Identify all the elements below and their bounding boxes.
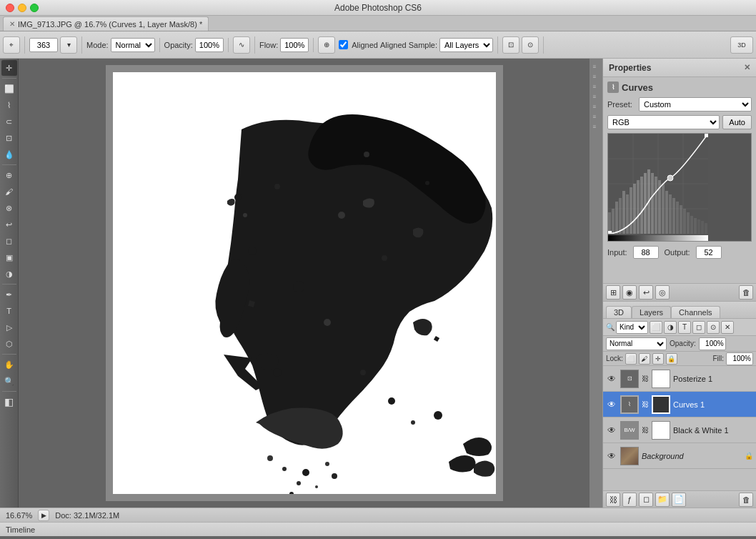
brush-size-input[interactable]: 363 bbox=[29, 38, 58, 52]
layer-row-curves[interactable]: 👁 ⌇ ⛓ Curves 1 bbox=[603, 392, 756, 417]
opacity-input[interactable]: 100% bbox=[195, 38, 224, 52]
history-brush[interactable]: ↩ bbox=[1, 217, 17, 232]
filter-toggle-button[interactable]: ✕ bbox=[721, 321, 734, 334]
layers-toolbar: 🔍 Kind ⬜ ◑ T ◻ ⊙ ✕ bbox=[603, 319, 756, 336]
eraser-tool[interactable]: ◻ bbox=[1, 233, 17, 249]
shape-tool[interactable]: ⬡ bbox=[1, 336, 17, 352]
channel-overlay-button[interactable]: ◉ bbox=[622, 285, 637, 300]
lock-transparency-button[interactable]: ⬜ bbox=[625, 353, 637, 365]
filter-adjust-button[interactable]: ◑ bbox=[664, 321, 677, 334]
fill-input[interactable]: 100% bbox=[726, 352, 753, 365]
clone-tool[interactable]: ⊗ bbox=[1, 200, 17, 216]
mode-select[interactable]: Normal bbox=[111, 38, 155, 52]
document-tab[interactable]: ✕ IMG_9713.JPG @ 16.7% (Curves 1, Layer … bbox=[3, 16, 209, 31]
properties-close-icon[interactable]: ✕ bbox=[744, 63, 750, 72]
undo-button[interactable]: ↩ bbox=[639, 285, 653, 300]
status-arrow-button[interactable]: ▶ bbox=[38, 510, 49, 521]
layer-visibility-curves[interactable]: 👁 bbox=[606, 399, 617, 410]
auto-button[interactable]: Auto bbox=[722, 115, 752, 129]
airbrush-button[interactable]: ∿ bbox=[233, 36, 250, 54]
add-style-button[interactable]: ƒ bbox=[622, 493, 637, 507]
svg-rect-45 bbox=[651, 173, 654, 234]
layer-row-bw[interactable]: 👁 B/W ⛓ Black & White 1 bbox=[603, 417, 756, 443]
layer-row-background[interactable]: 👁 Background 🔒 bbox=[603, 443, 756, 469]
maximize-button[interactable] bbox=[30, 4, 39, 12]
move-tool[interactable]: ✛ bbox=[1, 60, 17, 76]
tab-3d[interactable]: 3D bbox=[606, 306, 632, 318]
brush-picker-button[interactable]: ▾ bbox=[60, 36, 77, 54]
tablet-pressure-button[interactable]: ⊙ bbox=[522, 36, 539, 54]
layer-thumb-background bbox=[620, 447, 639, 465]
kind-select[interactable]: Kind bbox=[616, 321, 648, 334]
layer-link-bw[interactable]: ⛓ bbox=[642, 426, 649, 434]
image-canvas[interactable] bbox=[113, 72, 496, 494]
layer-row-posterize[interactable]: 👁 ⊡ ⛓ Posterize 1 bbox=[603, 366, 756, 392]
layer-link-curves[interactable]: ⛓ bbox=[642, 400, 649, 408]
quick-select-tool[interactable]: ⊂ bbox=[1, 114, 17, 129]
brush-tool[interactable]: 🖌 bbox=[1, 184, 17, 199]
visibility-button[interactable]: ◎ bbox=[655, 285, 670, 300]
svg-point-19 bbox=[282, 467, 287, 471]
blend-mode-select[interactable]: Normal bbox=[606, 337, 667, 350]
marquee-tool[interactable]: ⬜ bbox=[1, 81, 17, 97]
strip-icon-2[interactable]: ≡ bbox=[590, 71, 600, 81]
crop-tool[interactable]: ⊡ bbox=[1, 130, 17, 146]
delete-layer-button[interactable]: 🗑 bbox=[739, 493, 753, 507]
strip-icon-5[interactable]: ≡ bbox=[590, 102, 600, 112]
new-group-button[interactable]: 📁 bbox=[655, 493, 670, 507]
eyedropper-tool[interactable]: 💧 bbox=[1, 147, 17, 162]
strip-icon-1[interactable]: ≡ bbox=[590, 61, 600, 71]
filter-pixel-button[interactable]: ⬜ bbox=[650, 321, 662, 334]
ignore-adj-button[interactable]: ⊡ bbox=[502, 36, 519, 54]
tab-layers[interactable]: Layers bbox=[632, 306, 671, 318]
layer-mask-posterize bbox=[652, 370, 670, 388]
lock-paint-button[interactable]: 🖌 bbox=[639, 353, 650, 365]
lasso-tool[interactable]: ⌇ bbox=[1, 97, 17, 113]
new-layer-button[interactable]: 📄 bbox=[672, 493, 686, 507]
output-value[interactable]: 52 bbox=[696, 246, 722, 259]
layer-visibility-posterize[interactable]: 👁 bbox=[606, 373, 617, 385]
clone-tablet-button[interactable]: ⊕ bbox=[318, 36, 335, 54]
input-value[interactable]: 88 bbox=[633, 246, 659, 259]
close-button[interactable] bbox=[6, 4, 14, 12]
aligned-checkbox[interactable] bbox=[339, 40, 348, 49]
lock-all-button[interactable]: 🔒 bbox=[666, 353, 677, 365]
strip-icon-3[interactable]: ≡ bbox=[590, 81, 600, 92]
svg-point-10 bbox=[324, 319, 331, 326]
svg-point-2 bbox=[243, 213, 247, 217]
layer-link-posterize[interactable]: ⛓ bbox=[642, 375, 649, 382]
add-mask-button[interactable]: ◻ bbox=[639, 493, 653, 507]
add-point-button[interactable]: ⊞ bbox=[606, 285, 620, 300]
type-tool[interactable]: T bbox=[1, 303, 17, 319]
channel-select[interactable]: RGB bbox=[607, 115, 720, 129]
lock-move-button[interactable]: ✛ bbox=[652, 353, 664, 365]
tab-close-icon[interactable]: ✕ bbox=[9, 20, 15, 28]
hand-tool[interactable]: ✋ bbox=[1, 357, 17, 372]
zoom-tool[interactable]: 🔍 bbox=[1, 373, 17, 389]
layer-visibility-background[interactable]: 👁 bbox=[606, 450, 617, 462]
fg-bg-color[interactable]: ◧ bbox=[1, 394, 17, 410]
delete-button[interactable]: 🗑 bbox=[739, 285, 753, 300]
flow-input[interactable]: 100% bbox=[280, 38, 309, 52]
gradient-tool[interactable]: ▣ bbox=[1, 249, 17, 265]
preset-row: Preset: Custom bbox=[607, 97, 752, 112]
sample-select[interactable]: All Layers bbox=[439, 38, 493, 52]
strip-icon-6[interactable]: ≡ bbox=[590, 112, 600, 122]
dodge-tool[interactable]: ◑ bbox=[1, 266, 17, 282]
preset-select[interactable]: Custom bbox=[639, 97, 752, 112]
curves-graph[interactable] bbox=[607, 133, 752, 242]
strip-icon-7[interactable]: ≡ bbox=[590, 122, 600, 132]
tool-button[interactable]: ⌖ bbox=[3, 36, 20, 54]
filter-shape-button[interactable]: ◻ bbox=[692, 321, 705, 334]
filter-type-button[interactable]: T bbox=[678, 321, 691, 334]
tab-channels[interactable]: Channels bbox=[671, 306, 720, 318]
heal-tool[interactable]: ⊕ bbox=[1, 167, 17, 183]
minimize-button[interactable] bbox=[18, 4, 26, 12]
pen-tool[interactable]: ✒ bbox=[1, 287, 17, 302]
path-tool[interactable]: ▷ bbox=[1, 320, 17, 335]
strip-icon-4[interactable]: ≡ bbox=[590, 92, 600, 102]
opacity-row-input[interactable]: 100% bbox=[699, 337, 726, 350]
link-layers-button[interactable]: ⛓ bbox=[606, 493, 620, 507]
filter-smart-button[interactable]: ⊙ bbox=[707, 321, 720, 334]
layer-visibility-bw[interactable]: 👁 bbox=[606, 425, 617, 436]
